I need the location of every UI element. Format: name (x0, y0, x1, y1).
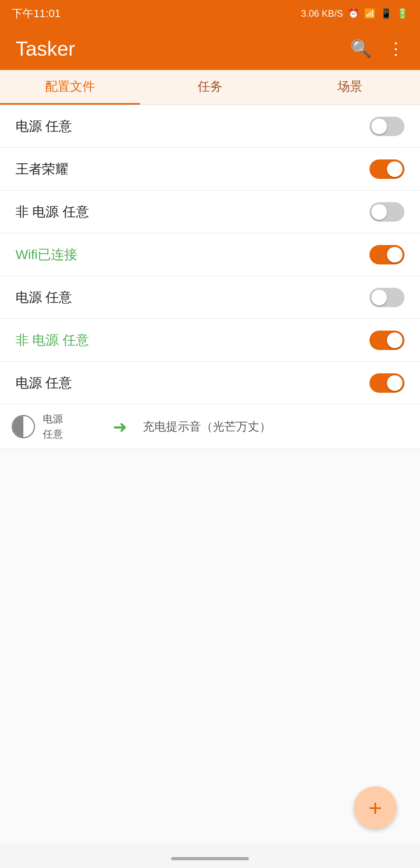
signal-icon: 📱 (380, 8, 392, 19)
fab-add-button[interactable]: + (354, 786, 397, 829)
expand-label-sub: 任意 (43, 427, 97, 441)
tab-scenes[interactable]: 场景 (280, 70, 420, 105)
toggle-switch[interactable] (369, 288, 404, 307)
expand-labels: 电源 任意 (43, 412, 97, 441)
toggle-thumb (387, 161, 402, 177)
bottom-nav-indicator (171, 857, 249, 860)
toggle-thumb (387, 332, 402, 348)
toggle-thumb (387, 375, 402, 391)
expand-action: 充电提示音（光芒万丈） (143, 419, 271, 435)
profile-label: 非 电源 任意 (16, 203, 89, 221)
profile-row[interactable]: 电源 任意 (0, 276, 420, 319)
profile-row[interactable]: 非 电源 任意 (0, 319, 420, 362)
profile-row[interactable]: 电源 任意 (0, 362, 420, 404)
profile-icon (12, 415, 35, 438)
profile-label: 电源 任意 (16, 289, 72, 306)
app-bar: Tasker 🔍 ⋮ (0, 27, 420, 70)
toggle-switch[interactable] (369, 159, 404, 179)
toggle-thumb (371, 290, 387, 305)
profile-label: 电源 任意 (16, 374, 72, 392)
profile-row[interactable]: 非 电源 任意 (0, 191, 420, 233)
toggle-switch[interactable] (369, 245, 404, 264)
toggle-thumb (371, 119, 387, 134)
more-options-icon[interactable]: ⋮ (387, 40, 404, 57)
app-bar-actions: 🔍 ⋮ (350, 40, 404, 57)
status-bar: 下午11:01 3.06 KB/S ⏰ 📶 📱 🔋 (0, 0, 420, 27)
profile-row[interactable]: Wifi已连接 (0, 233, 420, 276)
network-speed: 3.06 KB/S (301, 8, 343, 19)
toggle-switch[interactable] (369, 331, 404, 350)
tab-tasks[interactable]: 任务 (140, 70, 280, 105)
expand-arrow-icon: ➜ (113, 417, 127, 437)
app-title: Tasker (16, 37, 75, 60)
clock-icon: ⏰ (348, 8, 359, 19)
add-icon: + (368, 794, 382, 821)
toggle-switch[interactable] (369, 202, 404, 222)
profile-label: 非 电源 任意 (16, 331, 89, 349)
status-time: 下午11:01 (12, 6, 61, 21)
toggle-thumb (387, 247, 402, 262)
expanded-row[interactable]: 电源 任意 ➜ 充电提示音（光芒万丈） (0, 404, 420, 449)
battery-icon: 🔋 (397, 8, 408, 19)
expand-label-main: 电源 (43, 412, 97, 426)
content: 电源 任意 王者荣耀 非 电源 任意 Wifi已连接 电源 任意 非 电源 任意 (0, 105, 420, 844)
profile-row[interactable]: 电源 任意 (0, 105, 420, 148)
status-icons: 3.06 KB/S ⏰ 📶 📱 🔋 (301, 8, 408, 19)
tab-profiles[interactable]: 配置文件 (0, 70, 140, 105)
profile-label: 王者荣耀 (16, 160, 68, 178)
tab-bar: 配置文件 任务 场景 (0, 70, 420, 105)
profile-row[interactable]: 王者荣耀 (0, 148, 420, 191)
toggle-switch[interactable] (369, 373, 404, 393)
wifi-icon: 📶 (364, 8, 376, 19)
profile-label: 电源 任意 (16, 117, 72, 135)
profile-label: Wifi已连接 (16, 246, 77, 264)
toggle-thumb (371, 204, 387, 220)
toggle-switch[interactable] (369, 117, 404, 136)
search-icon[interactable]: 🔍 (350, 40, 372, 57)
